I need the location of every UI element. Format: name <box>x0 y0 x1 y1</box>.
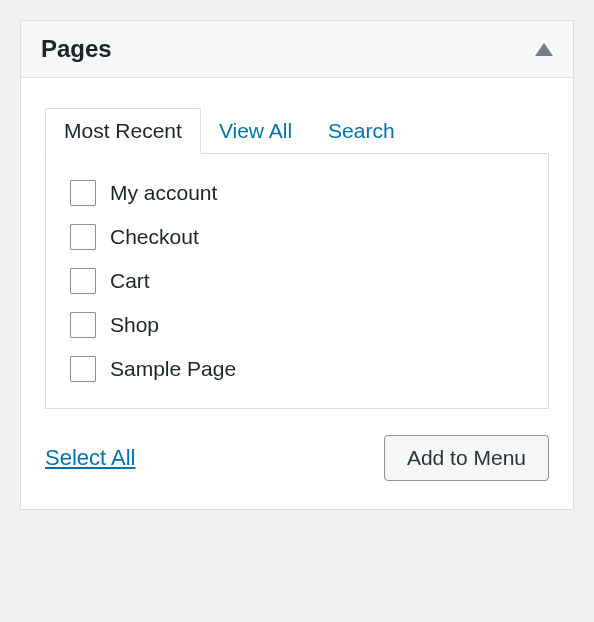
tab-view-all[interactable]: View All <box>201 108 310 153</box>
checkbox[interactable] <box>70 312 96 338</box>
metabox-body: Most Recent View All Search My account C… <box>21 78 573 509</box>
checkbox[interactable] <box>70 268 96 294</box>
list-item: Checkout <box>70 224 524 250</box>
tab-most-recent[interactable]: Most Recent <box>45 108 201 154</box>
collapse-arrow-icon <box>535 43 553 56</box>
pages-metabox: Pages Most Recent View All Search My acc… <box>20 20 574 510</box>
list-item: Sample Page <box>70 356 524 382</box>
tab-content: My account Checkout Cart Shop <box>45 153 549 409</box>
tab-search[interactable]: Search <box>310 108 413 153</box>
metabox-title: Pages <box>41 35 112 63</box>
list-item: Cart <box>70 268 524 294</box>
select-all-link[interactable]: Select All <box>45 445 136 471</box>
page-label: My account <box>110 181 217 205</box>
add-to-menu-button[interactable]: Add to Menu <box>384 435 549 481</box>
checkbox[interactable] <box>70 224 96 250</box>
page-label: Cart <box>110 269 150 293</box>
tabs-wrapper: Most Recent View All Search My account C… <box>45 108 549 409</box>
page-label: Shop <box>110 313 159 337</box>
checkbox[interactable] <box>70 356 96 382</box>
metabox-footer: Select All Add to Menu <box>45 435 549 481</box>
checkbox[interactable] <box>70 180 96 206</box>
metabox-header[interactable]: Pages <box>21 21 573 78</box>
page-label: Sample Page <box>110 357 236 381</box>
tabs: Most Recent View All Search <box>45 108 549 153</box>
page-list: My account Checkout Cart Shop <box>70 180 524 382</box>
page-label: Checkout <box>110 225 199 249</box>
list-item: My account <box>70 180 524 206</box>
list-item: Shop <box>70 312 524 338</box>
